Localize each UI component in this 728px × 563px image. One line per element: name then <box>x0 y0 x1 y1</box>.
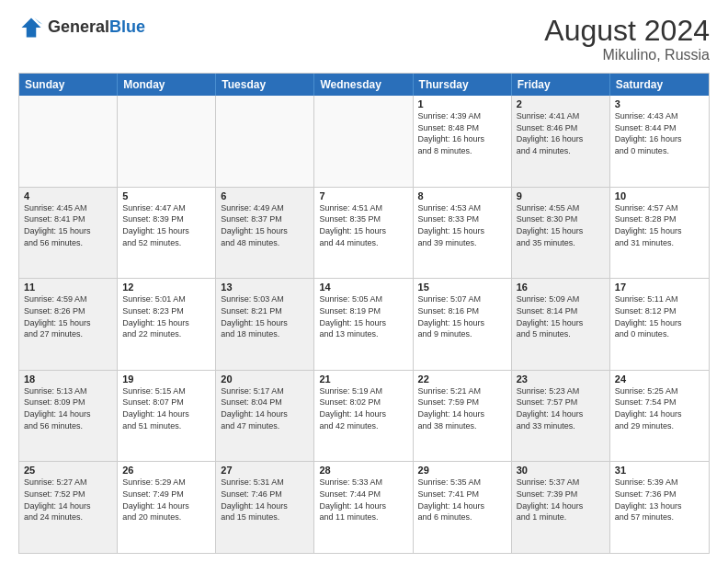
day-number: 13 <box>221 282 309 293</box>
day-info: Sunrise: 4:49 AM Sunset: 8:37 PM Dayligh… <box>221 202 309 248</box>
day-number: 26 <box>122 465 210 476</box>
logo-icon <box>18 15 44 40</box>
day-number: 7 <box>319 190 407 201</box>
cal-cell-4-3: 28Sunrise: 5:33 AM Sunset: 7:44 PM Dayli… <box>314 462 413 553</box>
cal-cell-0-6: 3Sunrise: 4:43 AM Sunset: 8:44 PM Daylig… <box>610 96 709 187</box>
cal-cell-2-3: 14Sunrise: 5:05 AM Sunset: 8:19 PM Dayli… <box>314 279 413 370</box>
cal-cell-1-3: 7Sunrise: 4:51 AM Sunset: 8:35 PM Daylig… <box>314 188 413 279</box>
day-number: 17 <box>615 282 704 293</box>
day-number: 16 <box>517 282 605 293</box>
day-number: 31 <box>615 465 704 476</box>
day-info: Sunrise: 4:41 AM Sunset: 8:46 PM Dayligh… <box>517 110 605 156</box>
day-info: Sunrise: 4:47 AM Sunset: 8:39 PM Dayligh… <box>122 202 210 248</box>
day-number: 15 <box>418 282 506 293</box>
day-info: Sunrise: 4:51 AM Sunset: 8:35 PM Dayligh… <box>319 202 407 248</box>
day-info: Sunrise: 5:11 AM Sunset: 8:12 PM Dayligh… <box>615 293 704 339</box>
day-number: 23 <box>517 373 605 385</box>
calendar-week-3: 11Sunrise: 4:59 AM Sunset: 8:26 PM Dayli… <box>19 279 709 371</box>
cal-cell-0-5: 2Sunrise: 4:41 AM Sunset: 8:46 PM Daylig… <box>512 96 610 187</box>
cal-cell-1-4: 8Sunrise: 4:53 AM Sunset: 8:33 PM Daylig… <box>414 188 512 279</box>
day-info: Sunrise: 5:23 AM Sunset: 7:57 PM Dayligh… <box>517 385 605 431</box>
day-info: Sunrise: 5:15 AM Sunset: 8:07 PM Dayligh… <box>122 385 210 431</box>
calendar-week-2: 4Sunrise: 4:45 AM Sunset: 8:41 PM Daylig… <box>19 188 709 280</box>
day-info: Sunrise: 5:13 AM Sunset: 8:09 PM Dayligh… <box>24 385 112 431</box>
page-header: GeneralBlue August 2024 Mikulino, Russia <box>18 15 710 63</box>
day-number: 8 <box>418 190 506 201</box>
day-info: Sunrise: 5:05 AM Sunset: 8:19 PM Dayligh… <box>319 293 407 339</box>
day-number: 21 <box>319 373 407 385</box>
cal-cell-2-2: 13Sunrise: 5:03 AM Sunset: 8:21 PM Dayli… <box>216 279 314 370</box>
day-info: Sunrise: 4:43 AM Sunset: 8:44 PM Dayligh… <box>615 110 704 156</box>
day-number: 29 <box>418 465 506 476</box>
cal-cell-2-0: 11Sunrise: 4:59 AM Sunset: 8:26 PM Dayli… <box>19 279 118 370</box>
cal-cell-0-1 <box>118 96 216 187</box>
day-number: 12 <box>122 282 210 293</box>
cal-cell-1-5: 9Sunrise: 4:55 AM Sunset: 8:30 PM Daylig… <box>512 188 610 279</box>
day-info: Sunrise: 5:21 AM Sunset: 7:59 PM Dayligh… <box>418 385 506 431</box>
cal-cell-3-4: 22Sunrise: 5:21 AM Sunset: 7:59 PM Dayli… <box>414 371 512 462</box>
cal-cell-0-3 <box>314 96 413 187</box>
day-number: 5 <box>122 190 210 201</box>
logo-general-text: General <box>48 17 109 36</box>
cal-cell-2-6: 17Sunrise: 5:11 AM Sunset: 8:12 PM Dayli… <box>610 279 709 370</box>
calendar-header: Sunday Monday Tuesday Wednesday Thursday… <box>19 74 709 96</box>
cal-cell-4-0: 25Sunrise: 5:27 AM Sunset: 7:52 PM Dayli… <box>19 462 118 553</box>
day-number: 27 <box>221 465 309 476</box>
cal-cell-1-6: 10Sunrise: 4:57 AM Sunset: 8:28 PM Dayli… <box>610 188 709 279</box>
header-monday: Monday <box>118 74 216 96</box>
day-number: 19 <box>122 373 210 385</box>
cal-cell-3-0: 18Sunrise: 5:13 AM Sunset: 8:09 PM Dayli… <box>19 371 118 462</box>
day-info: Sunrise: 5:07 AM Sunset: 8:16 PM Dayligh… <box>418 293 506 339</box>
location: Mikulino, Russia <box>544 47 710 63</box>
day-info: Sunrise: 4:53 AM Sunset: 8:33 PM Dayligh… <box>418 202 506 248</box>
cal-cell-3-5: 23Sunrise: 5:23 AM Sunset: 7:57 PM Dayli… <box>512 371 610 462</box>
title-block: August 2024 Mikulino, Russia <box>544 15 710 63</box>
day-info: Sunrise: 4:39 AM Sunset: 8:48 PM Dayligh… <box>418 110 506 156</box>
cal-cell-3-1: 19Sunrise: 5:15 AM Sunset: 8:07 PM Dayli… <box>118 371 216 462</box>
cal-cell-2-1: 12Sunrise: 5:01 AM Sunset: 8:23 PM Dayli… <box>118 279 216 370</box>
calendar-week-4: 18Sunrise: 5:13 AM Sunset: 8:09 PM Dayli… <box>19 371 709 463</box>
day-number: 25 <box>24 465 112 476</box>
cal-cell-1-0: 4Sunrise: 4:45 AM Sunset: 8:41 PM Daylig… <box>19 188 118 279</box>
header-tuesday: Tuesday <box>216 74 314 96</box>
day-number: 11 <box>24 282 112 293</box>
day-info: Sunrise: 5:19 AM Sunset: 8:02 PM Dayligh… <box>319 385 407 431</box>
cal-cell-2-5: 16Sunrise: 5:09 AM Sunset: 8:14 PM Dayli… <box>512 279 610 370</box>
day-info: Sunrise: 5:37 AM Sunset: 7:39 PM Dayligh… <box>517 477 605 523</box>
header-friday: Friday <box>512 74 610 96</box>
day-number: 3 <box>615 98 704 109</box>
calendar-week-5: 25Sunrise: 5:27 AM Sunset: 7:52 PM Dayli… <box>19 462 709 553</box>
cal-cell-4-2: 27Sunrise: 5:31 AM Sunset: 7:46 PM Dayli… <box>216 462 314 553</box>
day-info: Sunrise: 5:17 AM Sunset: 8:04 PM Dayligh… <box>221 385 309 431</box>
cal-cell-3-2: 20Sunrise: 5:17 AM Sunset: 8:04 PM Dayli… <box>216 371 314 462</box>
day-number: 4 <box>24 190 112 201</box>
logo: GeneralBlue <box>18 15 145 40</box>
header-thursday: Thursday <box>414 74 512 96</box>
day-info: Sunrise: 4:55 AM Sunset: 8:30 PM Dayligh… <box>517 202 605 248</box>
day-info: Sunrise: 5:01 AM Sunset: 8:23 PM Dayligh… <box>122 293 210 339</box>
cal-cell-3-3: 21Sunrise: 5:19 AM Sunset: 8:02 PM Dayli… <box>314 371 413 462</box>
day-info: Sunrise: 5:29 AM Sunset: 7:49 PM Dayligh… <box>122 477 210 523</box>
cal-cell-1-2: 6Sunrise: 4:49 AM Sunset: 8:37 PM Daylig… <box>216 188 314 279</box>
cal-cell-4-4: 29Sunrise: 5:35 AM Sunset: 7:41 PM Dayli… <box>414 462 512 553</box>
cal-cell-2-4: 15Sunrise: 5:07 AM Sunset: 8:16 PM Dayli… <box>414 279 512 370</box>
day-info: Sunrise: 5:03 AM Sunset: 8:21 PM Dayligh… <box>221 293 309 339</box>
day-number: 9 <box>517 190 605 201</box>
day-number: 6 <box>221 190 309 201</box>
cal-cell-0-4: 1Sunrise: 4:39 AM Sunset: 8:48 PM Daylig… <box>414 96 512 187</box>
cal-cell-0-0 <box>19 96 118 187</box>
day-info: Sunrise: 4:59 AM Sunset: 8:26 PM Dayligh… <box>24 293 112 339</box>
day-number: 28 <box>319 465 407 476</box>
header-saturday: Saturday <box>610 74 709 96</box>
cal-cell-4-5: 30Sunrise: 5:37 AM Sunset: 7:39 PM Dayli… <box>512 462 610 553</box>
logo-blue-text: Blue <box>109 17 145 36</box>
day-number: 20 <box>221 373 309 385</box>
header-wednesday: Wednesday <box>314 74 413 96</box>
cal-cell-4-6: 31Sunrise: 5:39 AM Sunset: 7:36 PM Dayli… <box>610 462 709 553</box>
day-info: Sunrise: 5:09 AM Sunset: 8:14 PM Dayligh… <box>517 293 605 339</box>
day-info: Sunrise: 5:33 AM Sunset: 7:44 PM Dayligh… <box>319 477 407 523</box>
day-number: 24 <box>615 373 704 385</box>
month-year: August 2024 <box>544 15 710 47</box>
day-number: 1 <box>418 98 506 109</box>
day-info: Sunrise: 4:57 AM Sunset: 8:28 PM Dayligh… <box>615 202 704 248</box>
